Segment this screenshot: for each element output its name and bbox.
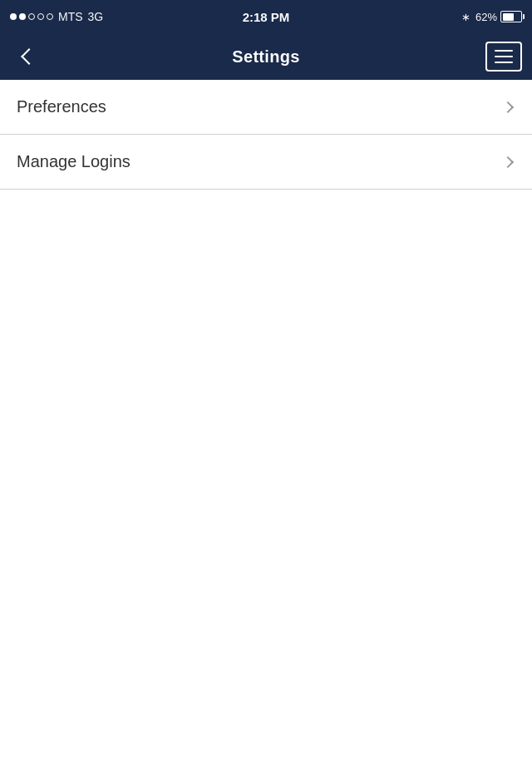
manage-logins-chevron-icon bbox=[502, 155, 514, 167]
menu-button[interactable] bbox=[485, 42, 522, 72]
settings-item-manage-logins[interactable]: Manage Logins bbox=[0, 135, 532, 190]
battery-percent: 62% bbox=[475, 11, 497, 23]
manage-logins-label: Manage Logins bbox=[17, 152, 131, 171]
status-left: MTS 3G bbox=[10, 10, 103, 23]
hamburger-line-1 bbox=[495, 50, 513, 52]
status-right: ∗ 62% bbox=[461, 11, 522, 23]
hamburger-line-3 bbox=[495, 62, 513, 63]
battery-container: 62% bbox=[475, 11, 522, 23]
hamburger-line-2 bbox=[495, 56, 513, 57]
network-type: 3G bbox=[88, 10, 104, 23]
signal-dot-2 bbox=[19, 13, 26, 20]
signal-dot-1 bbox=[10, 13, 17, 20]
page-title: Settings bbox=[232, 47, 299, 67]
status-bar: MTS 3G 2:18 PM ∗ 62% bbox=[0, 0, 532, 33]
signal-dots bbox=[10, 13, 53, 20]
preferences-chevron-icon bbox=[502, 101, 514, 112]
status-time: 2:18 PM bbox=[243, 10, 290, 24]
preferences-label: Preferences bbox=[17, 97, 106, 116]
signal-dot-5 bbox=[47, 13, 53, 20]
back-chevron-icon bbox=[21, 48, 37, 65]
bluetooth-icon: ∗ bbox=[461, 11, 470, 23]
carrier-name: MTS bbox=[58, 10, 83, 23]
back-button[interactable] bbox=[10, 40, 43, 73]
settings-list: Preferences Manage Logins bbox=[0, 80, 532, 190]
battery-fill bbox=[503, 13, 514, 21]
settings-item-preferences[interactable]: Preferences bbox=[0, 80, 532, 135]
battery-icon bbox=[500, 11, 522, 22]
signal-dot-3 bbox=[28, 13, 35, 20]
nav-bar: Settings bbox=[0, 33, 532, 80]
signal-dot-4 bbox=[37, 13, 44, 20]
